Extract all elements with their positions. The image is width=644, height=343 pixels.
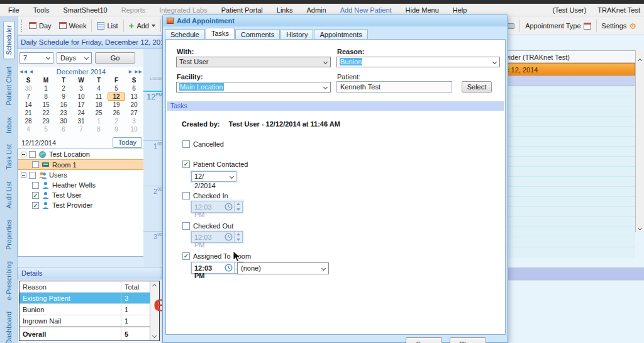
facility-select[interactable]: Main Location — [176, 82, 331, 93]
sidebar-tab-task-list[interactable]: Task List — [4, 140, 14, 174]
calendar-day[interactable]: 2 — [55, 84, 72, 93]
sidebar-tab-scheduler[interactable]: Scheduler — [3, 21, 14, 59]
sidebar-tab-e-prescribing[interactable]: e-Prescribing — [4, 257, 14, 304]
tree-item-users[interactable]: Users — [18, 170, 144, 180]
calendar-day[interactable]: 4 — [19, 125, 37, 133]
close-button[interactable]: Close — [450, 337, 486, 343]
provider-scrollbar[interactable] — [635, 50, 644, 232]
go-button[interactable]: Go — [95, 52, 135, 64]
calendar-day[interactable]: 1 — [37, 84, 55, 93]
calendar-day[interactable]: 10 — [125, 125, 143, 133]
calendar-day[interactable]: 24 — [72, 109, 90, 117]
calendar-day[interactable]: 20 — [125, 101, 143, 109]
calendar-day[interactable]: 28 — [19, 117, 37, 125]
calendar-day[interactable]: 1 — [90, 117, 108, 125]
list-view-button[interactable]: List — [93, 20, 121, 31]
calendar-day[interactable]: 17 — [72, 101, 90, 109]
calendar-day[interactable]: 25 — [90, 109, 108, 117]
sidebar-tab-inbox[interactable]: Inbox — [4, 113, 14, 137]
calendar-day-selected[interactable]: 12 — [108, 93, 125, 101]
tree-item-test-location[interactable]: Test Location — [18, 149, 144, 159]
tree-checkbox[interactable]: ✓ — [32, 192, 39, 199]
calendar-day[interactable]: 8 — [37, 93, 55, 101]
select-patient-button[interactable]: Select — [462, 81, 492, 93]
add-appointment-button[interactable]: + Add — [125, 20, 159, 31]
calendar-day[interactable]: 19 — [108, 101, 125, 109]
checked-out-time-picker[interactable]: 12:03 PM — [191, 231, 243, 243]
prev-year-icon[interactable]: ◀◀ — [19, 69, 28, 74]
checked-in-time-picker[interactable]: 12:03 PM — [191, 201, 243, 213]
assigned-to-room-checkbox[interactable]: ✓ — [182, 252, 190, 260]
calendar-day[interactable]: 11 — [90, 93, 108, 101]
cancelled-checkbox-row[interactable]: Cancelled — [182, 140, 224, 148]
dialog-tab-appointments[interactable]: Appointments — [314, 29, 367, 39]
next-month-icon[interactable]: ▶ — [129, 69, 133, 74]
sidebar-tab-audit-list[interactable]: Audit List — [4, 177, 14, 212]
settings-button[interactable]: Settings ⚙ — [598, 20, 640, 31]
patient-contacted-checkbox-row[interactable]: ✓ Patient Contacted — [182, 160, 248, 168]
calendar-day[interactable]: 2 — [108, 117, 125, 125]
tree-checkbox[interactable] — [29, 151, 36, 158]
calendar-day[interactable]: 7 — [72, 125, 90, 133]
calendar-day[interactable]: 26 — [108, 109, 125, 117]
checked-out-checkbox[interactable] — [182, 222, 190, 230]
day-view-button[interactable]: Day — [25, 20, 55, 31]
tree-checkbox[interactable] — [32, 161, 39, 168]
appointment-type-button[interactable]: Appointment Type — [521, 20, 594, 31]
calendar-day[interactable]: 5 — [37, 125, 55, 133]
range-count-select[interactable]: 7 — [19, 52, 53, 64]
calendar-day[interactable]: 27 — [125, 109, 143, 117]
calendar-day[interactable]: 6 — [55, 125, 72, 133]
tree-item-test-user[interactable]: ✓Test User — [18, 190, 144, 200]
calendar-day[interactable]: 31 — [72, 117, 90, 125]
scroll-down-icon[interactable] — [638, 226, 642, 230]
checked-in-checkbox[interactable] — [182, 192, 190, 200]
week-view-button[interactable]: Week — [55, 20, 91, 31]
reason-select[interactable]: Bunion — [336, 57, 500, 67]
calendar-day[interactable]: 9 — [108, 125, 125, 133]
cancelled-checkbox[interactable] — [182, 140, 190, 148]
calendar-day[interactable]: 14 — [19, 101, 37, 109]
today-button[interactable]: Today — [113, 137, 142, 148]
details-row-ingrown-nail[interactable]: Ingrown Nail1 — [19, 315, 150, 327]
calendar-day[interactable]: 30 — [19, 84, 37, 93]
scroll-down-icon[interactable] — [152, 334, 157, 338]
sidebar-tab-billing-dashboard[interactable]: Billing Dashboard — [4, 308, 14, 343]
menu-item-reports[interactable]: Reports — [114, 5, 153, 15]
contact-date-select[interactable]: 12/ 2/2014 — [191, 171, 236, 182]
calendar-day[interactable]: 7 — [19, 93, 37, 101]
tree-checkbox[interactable] — [29, 172, 36, 179]
patient-field[interactable]: Kenneth Test — [336, 81, 452, 93]
scroll-up-icon[interactable] — [638, 59, 642, 63]
time-spinner[interactable] — [234, 232, 242, 242]
sidebar-tab-properties[interactable]: Properties — [4, 216, 14, 254]
menu-item-tools[interactable]: Tools — [26, 5, 57, 15]
calendar-day[interactable]: 4 — [90, 84, 108, 93]
dialog-tab-comments[interactable]: Comments — [235, 29, 280, 39]
calendar-day[interactable]: 16 — [55, 101, 72, 109]
scroll-up-icon[interactable] — [152, 284, 157, 288]
details-row-existing-patient[interactable]: Existing Patient3 — [19, 293, 150, 304]
tree-item-heather-wells[interactable]: Heather Wells — [18, 180, 144, 190]
calendar-day[interactable]: 10 — [72, 93, 90, 101]
checked-in-checkbox-row[interactable]: Checked In — [182, 192, 228, 200]
save-button[interactable]: Save — [406, 337, 442, 343]
range-unit-select[interactable]: Days — [57, 52, 92, 64]
calendar-day[interactable]: 21 — [19, 109, 37, 117]
room-select[interactable]: (none) — [237, 262, 329, 274]
calendar-day[interactable]: 15 — [37, 101, 55, 109]
patient-contacted-checkbox[interactable]: ✓ — [182, 160, 190, 168]
time-spinner[interactable] — [234, 201, 242, 212]
calendar-day[interactable]: 30 — [55, 117, 72, 125]
calendar-day[interactable]: 8 — [90, 125, 108, 133]
dialog-title-bar[interactable]: Add Appointment — [163, 14, 508, 26]
collapse-icon[interactable] — [21, 152, 26, 157]
menu-item-file[interactable]: File — [1, 5, 26, 15]
tree-item-test-provider[interactable]: ✓Test Provider — [18, 200, 144, 210]
calendar-day[interactable]: 29 — [37, 117, 55, 125]
calendar-day[interactable]: 6 — [125, 84, 143, 93]
tree-item-room-1[interactable]: Room 1 — [18, 159, 144, 170]
next-year-icon[interactable]: ▶▶ — [135, 69, 143, 74]
calendar-day[interactable]: 3 — [72, 84, 90, 93]
with-select[interactable]: Test User — [176, 57, 331, 67]
